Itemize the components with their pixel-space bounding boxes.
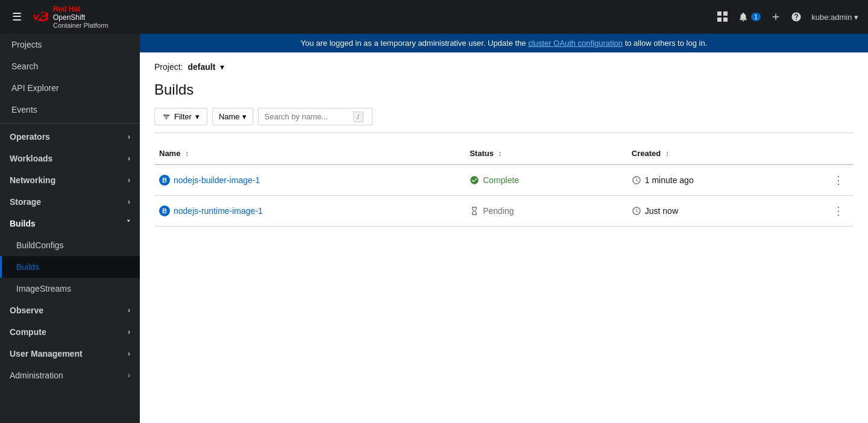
main-content: You are logged in as a temporary adminis… <box>140 34 868 423</box>
app-body: Projects Search API Explorer Events Oper… <box>0 34 868 423</box>
login-banner: You are logged in as a temporary adminis… <box>140 34 868 52</box>
created-value: 1 minute ago <box>632 175 819 185</box>
chevron-right-icon: › <box>128 154 130 163</box>
column-header-name[interactable]: Name ↕ <box>154 143 465 164</box>
table-row: B nodejs-builder-image-1 Complete 1 minu… <box>154 164 854 196</box>
chevron-right-icon: › <box>128 349 130 358</box>
project-name: default <box>187 62 215 72</box>
content-area: Project: default ▾ Builds Filter ▾ Name … <box>140 52 868 423</box>
bell-button[interactable]: 1 <box>738 11 761 22</box>
bell-icon <box>738 11 749 22</box>
filter-dropdown-arrow: ▾ <box>195 112 200 121</box>
sidebar-item-imagestreams[interactable]: ImageStreams <box>0 278 140 299</box>
build-status-cell: Complete <box>465 164 627 196</box>
page-title: Builds <box>154 81 854 98</box>
builds-tbody: B nodejs-builder-image-1 Complete 1 minu… <box>154 164 854 227</box>
created-value: Just now <box>632 206 819 216</box>
build-name: nodejs-builder-image-1 <box>174 175 260 185</box>
hamburger-button[interactable]: ☰ <box>10 8 24 26</box>
project-dropdown-button[interactable]: ▾ <box>220 62 224 72</box>
sort-icon-name: ↕ <box>185 149 189 158</box>
project-selector: Project: default ▾ <box>154 62 854 72</box>
slash-key-badge: / <box>353 111 363 122</box>
sidebar-item-events[interactable]: Events <box>0 99 140 121</box>
chevron-right-icon: › <box>128 328 130 336</box>
grid-icon <box>717 11 728 22</box>
sidebar-section-networking[interactable]: Networking › <box>0 169 140 191</box>
hourglass-icon <box>470 206 479 216</box>
build-name-link[interactable]: B nodejs-runtime-image-1 <box>159 205 460 216</box>
sidebar-section-operators[interactable]: Operators › <box>0 126 140 148</box>
status-label: Complete <box>483 175 519 185</box>
sidebar-section-storage[interactable]: Storage › <box>0 191 140 213</box>
brand-red: Red Hat <box>53 5 108 13</box>
column-header-actions <box>823 143 854 164</box>
chevron-right-icon: › <box>128 198 130 206</box>
sidebar-item-projects[interactable]: Projects <box>0 34 140 55</box>
clock-icon <box>632 175 641 185</box>
check-circle-icon <box>470 175 479 185</box>
column-header-status[interactable]: Status ↕ <box>465 143 627 164</box>
row-kebab-button[interactable]: ⋮ <box>828 171 849 189</box>
name-dropdown-arrow: ▾ <box>242 112 247 121</box>
chevron-right-icon: › <box>128 306 130 315</box>
svg-rect-3 <box>723 17 728 22</box>
column-header-created[interactable]: Created ↕ <box>627 143 823 164</box>
user-menu-button[interactable]: kube:admin ▾ <box>811 13 858 22</box>
chevron-down-icon: ˅ <box>127 219 130 228</box>
sidebar-section-compute[interactable]: Compute › <box>0 321 140 343</box>
build-name-link[interactable]: B nodejs-builder-image-1 <box>159 175 460 186</box>
project-label: Project: <box>154 62 183 72</box>
build-name: nodejs-runtime-image-1 <box>174 206 263 216</box>
sidebar-section-workloads[interactable]: Workloads › <box>0 148 140 169</box>
builds-table: Name ↕ Status ↕ Created ↕ <box>154 143 854 227</box>
clock-icon <box>632 206 641 216</box>
top-navbar: ☰ Red Hat OpenShift Container Platform 1 <box>0 0 868 34</box>
row-kebab-button[interactable]: ⋮ <box>828 202 849 220</box>
navbar-right: 1 kube:admin ▾ <box>717 11 858 22</box>
sidebar: Projects Search API Explorer Events Oper… <box>0 34 140 423</box>
filter-bar: Filter ▾ Name ▾ / <box>154 108 854 133</box>
oauth-config-link[interactable]: cluster OAuth configuration <box>528 39 623 48</box>
svg-rect-0 <box>717 11 722 16</box>
build-name-cell: B nodejs-runtime-image-1 <box>154 196 465 227</box>
build-created-cell: 1 minute ago <box>627 164 823 196</box>
build-actions-cell: ⋮ <box>823 164 854 196</box>
sidebar-item-api-explorer[interactable]: API Explorer <box>0 77 140 99</box>
help-button[interactable] <box>791 11 802 22</box>
svg-rect-2 <box>717 17 722 22</box>
build-status-cell: Pending <box>465 196 627 227</box>
chevron-right-icon: › <box>128 133 130 141</box>
status-label: Pending <box>483 206 514 216</box>
build-created-cell: Just now <box>627 196 823 227</box>
sidebar-item-search[interactable]: Search <box>0 55 140 77</box>
status-pending: Pending <box>470 206 622 216</box>
table-row: B nodejs-runtime-image-1 Pending Just no… <box>154 196 854 227</box>
grid-button[interactable] <box>717 11 728 22</box>
help-icon <box>791 11 802 22</box>
sidebar-item-builds[interactable]: Builds <box>0 256 140 278</box>
sort-icon-created: ↕ <box>665 149 669 158</box>
sort-icon-status: ↕ <box>498 149 502 158</box>
build-type-icon: B <box>159 205 170 216</box>
build-name-cell: B nodejs-builder-image-1 <box>154 164 465 196</box>
brand-text: Red Hat OpenShift Container Platform <box>53 5 108 29</box>
search-container: / <box>258 108 363 125</box>
sidebar-section-builds[interactable]: Builds ˅ <box>0 213 140 234</box>
chevron-right-icon: › <box>128 176 130 184</box>
sidebar-section-observe[interactable]: Observe › <box>0 299 140 321</box>
plus-icon <box>770 11 781 22</box>
sidebar-section-administration[interactable]: Administration › <box>0 365 140 386</box>
sidebar-section-user-management[interactable]: User Management › <box>0 343 140 365</box>
sidebar-item-buildconfigs[interactable]: BuildConfigs <box>0 234 140 256</box>
name-dropdown[interactable]: Name ▾ <box>212 108 253 125</box>
build-actions-cell: ⋮ <box>823 196 854 227</box>
navbar-left: ☰ Red Hat OpenShift Container Platform <box>10 5 108 29</box>
chevron-right-icon: › <box>128 371 130 380</box>
filter-icon <box>162 113 171 121</box>
bell-badge: 1 <box>751 13 761 21</box>
filter-button[interactable]: Filter ▾ <box>154 108 207 125</box>
build-type-icon: B <box>159 175 170 186</box>
brand-platform: Container Platform <box>53 22 108 29</box>
plus-button[interactable] <box>770 11 781 22</box>
